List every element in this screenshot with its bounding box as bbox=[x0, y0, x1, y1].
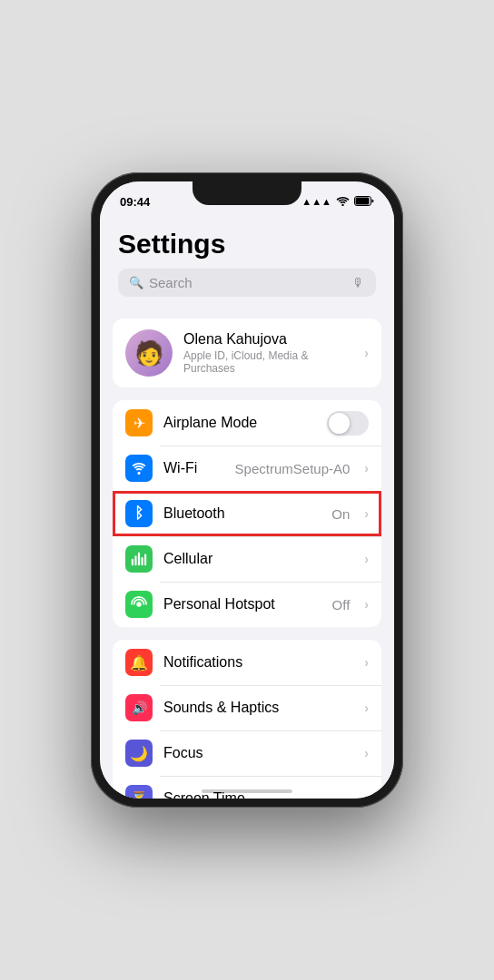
wifi-value: SpectrumSetup-A0 bbox=[235, 461, 351, 476]
focus-chevron: › bbox=[364, 746, 369, 760]
wifi-label: Wi-Fi bbox=[163, 460, 224, 476]
mic-icon[interactable]: 🎙 bbox=[352, 276, 365, 290]
hotspot-chevron: › bbox=[364, 597, 369, 612]
phone-frame: 09:44 ▲▲▲ bbox=[91, 172, 403, 808]
notifications-row[interactable]: 🔔 Notifications › bbox=[113, 640, 381, 685]
cellular-chevron: › bbox=[364, 552, 369, 566]
sounds-label: Sounds & Haptics bbox=[163, 700, 353, 716]
bluetooth-row[interactable]: ᛒ Bluetooth On › bbox=[113, 491, 381, 536]
wifi-row[interactable]: Wi-Fi SpectrumSetup-A0 › bbox=[113, 446, 381, 491]
settings-header: Settings 🔍 Search 🎙 bbox=[100, 214, 394, 318]
search-bar[interactable]: 🔍 Search 🎙 bbox=[118, 269, 376, 297]
signal-icon: ▲▲▲ bbox=[301, 196, 331, 207]
cellular-icon bbox=[125, 545, 153, 573]
cellular-label: Cellular bbox=[163, 551, 353, 567]
svg-point-0 bbox=[341, 204, 343, 206]
battery-icon bbox=[354, 193, 374, 210]
screentime-chevron: › bbox=[364, 791, 369, 799]
user-card-section: 🧑 Olena Kahujova Apple ID, iCloud, Media… bbox=[113, 318, 381, 387]
hotspot-row[interactable]: Personal Hotspot Off › bbox=[113, 582, 381, 627]
sounds-icon: 🔊 bbox=[125, 694, 153, 721]
airplane-mode-row[interactable]: ✈ Airplane Mode bbox=[113, 400, 381, 446]
notifications-label: Notifications bbox=[163, 654, 353, 671]
svg-point-4 bbox=[136, 602, 141, 606]
focus-label: Focus bbox=[163, 745, 353, 761]
home-indicator bbox=[202, 789, 292, 793]
screen-content[interactable]: Settings 🔍 Search 🎙 🧑 Olena Kahujova App… bbox=[100, 214, 394, 799]
hotspot-icon bbox=[125, 591, 153, 618]
status-time: 09:44 bbox=[120, 195, 150, 209]
sounds-row[interactable]: 🔊 Sounds & Haptics › bbox=[113, 685, 381, 730]
notch bbox=[193, 181, 301, 205]
bluetooth-value: On bbox=[331, 506, 350, 522]
user-row[interactable]: 🧑 Olena Kahujova Apple ID, iCloud, Media… bbox=[113, 318, 381, 387]
wifi-icon bbox=[336, 193, 350, 210]
phone-screen: 09:44 ▲▲▲ bbox=[100, 181, 394, 799]
focus-row[interactable]: 🌙 Focus › bbox=[113, 730, 381, 776]
notifications-icon: 🔔 bbox=[125, 649, 153, 676]
airplane-mode-label: Airplane Mode bbox=[163, 415, 316, 431]
search-icon: 🔍 bbox=[129, 276, 143, 289]
toggle-knob bbox=[329, 413, 350, 434]
page-title: Settings bbox=[118, 229, 376, 260]
focus-icon: 🌙 bbox=[125, 740, 153, 767]
user-info: Olena Kahujova Apple ID, iCloud, Media &… bbox=[183, 331, 353, 375]
wifi-chevron: › bbox=[364, 461, 369, 475]
wifi-icon-setting bbox=[125, 455, 153, 482]
airplane-mode-toggle[interactable] bbox=[327, 411, 369, 436]
connectivity-section: ✈ Airplane Mode bbox=[113, 400, 381, 627]
notifications-section: 🔔 Notifications › 🔊 Sounds & Haptics › 🌙… bbox=[113, 640, 381, 799]
user-name: Olena Kahujova bbox=[183, 331, 353, 348]
avatar: 🧑 bbox=[125, 329, 173, 377]
cellular-row[interactable]: Cellular › bbox=[113, 536, 381, 582]
airplane-mode-icon: ✈ bbox=[125, 409, 153, 436]
svg-point-3 bbox=[137, 472, 140, 475]
hotspot-value: Off bbox=[332, 597, 351, 612]
screentime-row[interactable]: ⏳ Screen Time › bbox=[113, 776, 381, 799]
notifications-chevron: › bbox=[364, 655, 369, 670]
bluetooth-icon: ᛒ bbox=[125, 500, 153, 527]
svg-rect-2 bbox=[356, 198, 370, 205]
sounds-chevron: › bbox=[364, 701, 369, 715]
bluetooth-label: Bluetooth bbox=[163, 505, 321, 522]
status-icons: ▲▲▲ bbox=[301, 193, 374, 210]
screentime-icon: ⏳ bbox=[125, 785, 153, 799]
search-placeholder: Search bbox=[149, 275, 347, 290]
hotspot-label: Personal Hotspot bbox=[163, 596, 321, 612]
bluetooth-chevron: › bbox=[364, 506, 369, 521]
user-subtitle: Apple ID, iCloud, Media & Purchases bbox=[183, 349, 353, 375]
user-chevron: › bbox=[364, 346, 369, 360]
